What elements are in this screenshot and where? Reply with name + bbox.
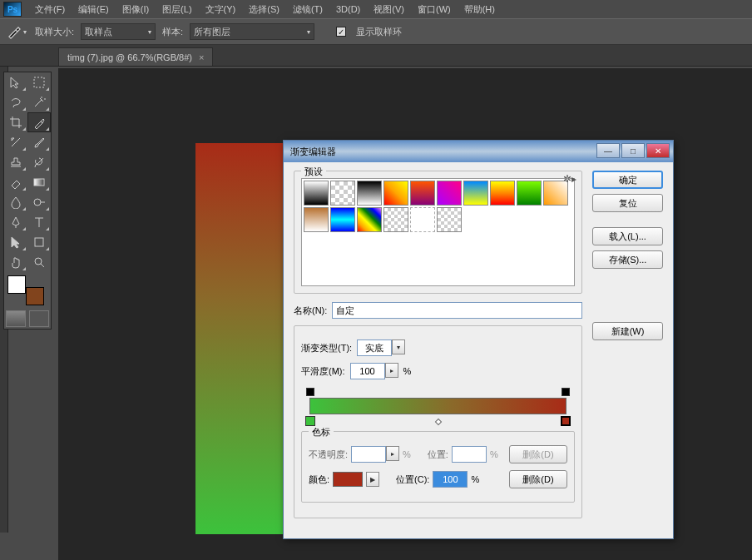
eraser-tool[interactable] xyxy=(4,172,27,192)
lasso-tool[interactable] xyxy=(4,92,27,112)
grad-type-dropdown-icon[interactable]: ▾ xyxy=(392,339,405,354)
marquee-tool[interactable] xyxy=(27,72,51,92)
background-color-swatch[interactable] xyxy=(26,287,44,305)
maximize-button[interactable]: □ xyxy=(621,143,645,158)
hand-tool[interactable] xyxy=(4,252,27,272)
close-button[interactable]: ✕ xyxy=(646,143,670,158)
opacity-stop-right[interactable] xyxy=(562,388,570,396)
brush-tool[interactable] xyxy=(27,132,51,152)
ok-button[interactable]: 确定 xyxy=(592,171,663,189)
pos-label: 位置: xyxy=(428,448,448,461)
grad-type-combo[interactable] xyxy=(357,339,392,356)
menu-layer[interactable]: 图层(L) xyxy=(156,3,198,16)
stamp-tool[interactable] xyxy=(4,152,27,172)
crop-tool[interactable] xyxy=(4,112,27,132)
type-tool[interactable] xyxy=(27,212,51,232)
menu-view[interactable]: 视图(V) xyxy=(367,3,411,16)
color-picker-icon[interactable]: ▶ xyxy=(366,472,379,487)
sample-size-label: 取样大小: xyxy=(35,26,74,38)
svg-rect-3 xyxy=(35,238,43,246)
opacity-label: 不透明度: xyxy=(309,448,348,461)
menu-help[interactable]: 帮助(H) xyxy=(458,3,502,16)
presets-menu-icon[interactable]: ✲▸ xyxy=(563,173,576,185)
path-select-tool[interactable] xyxy=(4,232,27,252)
gradient-tool[interactable] xyxy=(27,172,51,192)
document-tab-bar: timg (7).jpg @ 66.7%(RGB/8#) × xyxy=(0,45,752,67)
menu-edit[interactable]: 编辑(E) xyxy=(72,3,116,16)
wand-tool[interactable] xyxy=(27,92,51,112)
blur-tool[interactable] xyxy=(4,192,27,212)
delete-opacity-button: 删除(D) xyxy=(509,445,567,463)
sample-combo[interactable]: 所有图层 xyxy=(190,23,314,40)
menu-file[interactable]: 文件(F) xyxy=(28,3,72,16)
preset-swatch[interactable] xyxy=(304,207,329,232)
color-stop-right[interactable] xyxy=(561,416,571,426)
sample-size-combo[interactable]: 取样点 xyxy=(81,23,156,40)
color-stop-left[interactable] xyxy=(305,416,315,426)
zoom-tool[interactable] xyxy=(27,252,51,272)
grad-type-label: 渐变类型(T): xyxy=(301,342,352,354)
menu-window[interactable]: 窗口(W) xyxy=(411,3,458,16)
preset-swatch[interactable] xyxy=(437,181,462,206)
delete-color-button[interactable]: 删除(D) xyxy=(509,470,567,488)
opacity-stop-left[interactable] xyxy=(306,388,314,396)
preset-swatch[interactable] xyxy=(304,181,329,206)
toolbox xyxy=(3,72,52,330)
shape-tool[interactable] xyxy=(27,232,51,252)
preset-swatch[interactable] xyxy=(437,207,462,232)
midpoint-handle[interactable] xyxy=(434,419,441,425)
close-tab-icon[interactable]: × xyxy=(199,52,204,62)
preset-swatch[interactable] xyxy=(330,181,355,206)
presets-list[interactable] xyxy=(301,178,575,286)
name-input[interactable] xyxy=(332,302,582,319)
presets-group: 预设 ✲▸ xyxy=(294,171,582,294)
menu-filter[interactable]: 滤镜(T) xyxy=(286,3,329,16)
dialog-titlebar[interactable]: 渐变编辑器 — □ ✕ xyxy=(284,141,673,162)
preset-swatch[interactable] xyxy=(383,207,408,232)
sample-label: 样本: xyxy=(162,26,183,38)
smooth-label: 平滑度(M): xyxy=(301,365,345,378)
quickmask-mask[interactable] xyxy=(29,310,49,327)
minimize-button[interactable]: — xyxy=(596,143,620,158)
load-button[interactable]: 载入(L)... xyxy=(592,227,663,245)
preset-swatch[interactable] xyxy=(490,181,515,206)
preset-swatch[interactable] xyxy=(463,181,488,206)
preset-swatch[interactable] xyxy=(383,181,408,206)
stops-group: 色标 不透明度: ▸ % 位置: % 删除(D) 颜色: xyxy=(301,431,575,503)
svg-point-2 xyxy=(34,199,41,206)
menu-bar: Ps 文件(F) 编辑(E) 图像(I) 图层(L) 文字(Y) 选择(S) 滤… xyxy=(0,0,752,18)
save-button[interactable]: 存储(S)... xyxy=(592,250,663,269)
preset-swatch[interactable] xyxy=(357,207,382,232)
reset-button[interactable]: 复位 xyxy=(592,194,663,212)
document-tab-title: timg (7).jpg @ 66.7%(RGB/8#) xyxy=(67,52,192,62)
smooth-input[interactable] xyxy=(350,363,385,379)
document-tab[interactable]: timg (7).jpg @ 66.7%(RGB/8#) × xyxy=(58,47,213,66)
move-tool[interactable] xyxy=(4,72,27,92)
opacity-stepper-icon: ▸ xyxy=(386,446,399,461)
menu-type[interactable]: 文字(Y) xyxy=(199,3,243,16)
tool-preset-button[interactable]: ▾ xyxy=(5,22,28,41)
show-ring-checkbox[interactable] xyxy=(336,27,346,37)
foreground-color-swatch[interactable] xyxy=(7,275,26,294)
posC-input[interactable] xyxy=(433,471,468,488)
heal-tool[interactable] xyxy=(4,132,27,152)
preset-swatch[interactable] xyxy=(517,181,542,206)
eyedropper-tool[interactable] xyxy=(27,112,51,132)
history-brush-tool[interactable] xyxy=(27,152,51,172)
opacity-input xyxy=(351,446,386,463)
preset-swatch[interactable] xyxy=(410,181,435,206)
menu-select[interactable]: 选择(S) xyxy=(242,3,286,16)
preset-swatch[interactable] xyxy=(330,207,355,232)
preset-swatch[interactable] xyxy=(410,207,435,232)
menu-image[interactable]: 图像(I) xyxy=(116,3,156,16)
gradient-preview[interactable] xyxy=(309,398,566,414)
stop-color-swatch[interactable] xyxy=(333,472,363,487)
pen-tool[interactable] xyxy=(4,212,27,232)
quickmask-standard[interactable] xyxy=(6,310,26,327)
preset-swatch[interactable] xyxy=(357,181,382,206)
gradient-bar[interactable] xyxy=(303,386,573,426)
smooth-stepper-icon[interactable]: ▸ xyxy=(385,363,398,378)
menu-3d[interactable]: 3D(D) xyxy=(329,4,367,14)
new-button[interactable]: 新建(W) xyxy=(592,322,663,340)
dodge-tool[interactable] xyxy=(27,192,51,212)
